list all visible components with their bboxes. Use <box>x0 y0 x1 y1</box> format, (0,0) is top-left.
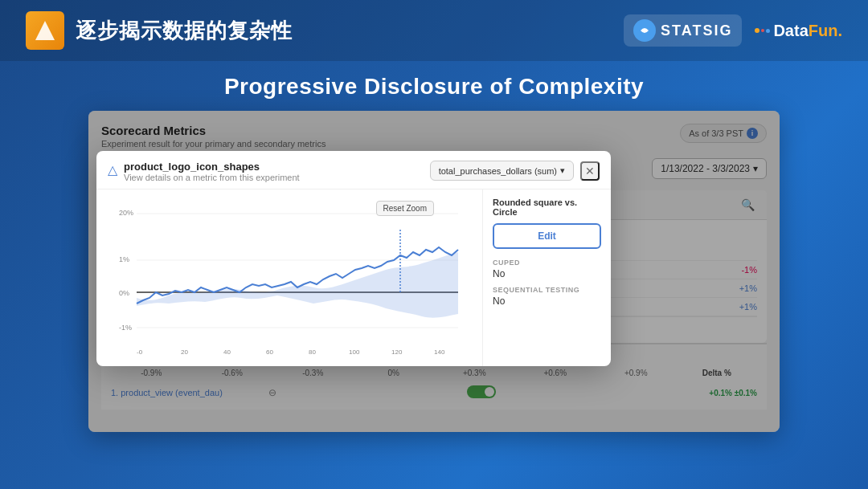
sequential-field: SEQUENTIAL TESTING No <box>493 286 601 307</box>
svg-text:-1%: -1% <box>119 324 132 332</box>
chart-section: Reset Zoom 20% 1% 0% -1% <box>96 189 482 366</box>
modal-title: product_logo_icon_shapes <box>124 161 300 173</box>
top-banner: 逐步揭示数据的复杂性 STATSIG DataFun. <box>0 0 868 61</box>
svg-text:100: 100 <box>349 348 360 356</box>
datafun-dots-icon <box>755 28 770 33</box>
chart-svg: 20% 1% 0% -1% -0 20 <box>104 198 474 358</box>
svg-text:1%: 1% <box>119 255 129 263</box>
metric-select-label: total_purchases_dollars (sum) <box>439 166 557 176</box>
modal-title-area: △ product_logo_icon_shapes View details … <box>108 161 300 182</box>
banner-icon <box>26 11 64 50</box>
banner-title: 逐步揭示数据的复杂性 <box>76 17 293 45</box>
svg-text:60: 60 <box>266 348 273 356</box>
banner-left: 逐步揭示数据的复杂性 <box>26 11 293 50</box>
content-area: Scorecard Metrics Experiment result for … <box>0 111 868 432</box>
modal-sidebar: Rounded square vs. Circle Edit CUPED No … <box>482 189 611 366</box>
svg-text:120: 120 <box>391 348 403 356</box>
brand-logos: STATSIG DataFun. <box>624 14 842 47</box>
svg-text:140: 140 <box>434 348 445 356</box>
cuped-field: CUPED No <box>493 259 601 279</box>
cuped-value: No <box>493 268 601 279</box>
metric-select-btn[interactable]: total_purchases_dollars (sum) ▾ <box>430 161 574 181</box>
sequential-value: No <box>493 295 601 307</box>
svg-text:0%: 0% <box>119 289 129 297</box>
modal-subtitle: View details on a metric from this exper… <box>124 173 300 182</box>
modal-overlay: △ product_logo_icon_shapes View details … <box>88 111 780 432</box>
modal-header-right: total_purchases_dollars (sum) ▾ ✕ <box>430 161 600 181</box>
svg-marker-0 <box>35 21 55 40</box>
svg-text:20%: 20% <box>119 209 133 217</box>
svg-text:20: 20 <box>181 348 188 356</box>
main-heading: Progressive Disclosure of Complexity <box>0 61 868 111</box>
datafun-fun-label: Fun. <box>809 22 842 39</box>
reset-zoom-button[interactable]: Reset Zoom <box>376 201 434 216</box>
scorecard-panel: Scorecard Metrics Experiment result for … <box>88 111 780 432</box>
modal: △ product_logo_icon_shapes View details … <box>96 151 611 366</box>
metric-select-chevron-icon: ▾ <box>560 165 565 176</box>
edit-button[interactable]: Edit <box>493 223 601 249</box>
statsig-logo: STATSIG <box>624 14 742 47</box>
svg-text:80: 80 <box>309 348 316 356</box>
statsig-icon <box>633 19 656 42</box>
sequential-label: SEQUENTIAL TESTING <box>493 286 601 294</box>
close-button[interactable]: ✕ <box>580 161 600 181</box>
datafun-logo: DataFun. <box>755 22 842 40</box>
svg-text:40: 40 <box>223 348 231 356</box>
datafun-text: DataFun. <box>773 22 842 40</box>
svg-text:-0: -0 <box>137 348 143 356</box>
statsig-text: STATSIG <box>661 22 732 39</box>
chart-icon: △ <box>108 162 117 177</box>
modal-body: Reset Zoom 20% 1% 0% -1% <box>96 189 611 366</box>
modal-sidebar-title: Rounded square vs. Circle <box>493 198 601 217</box>
datafun-data-label: Data <box>773 22 808 39</box>
cuped-label: CUPED <box>493 259 601 267</box>
modal-header: △ product_logo_icon_shapes View details … <box>96 151 611 189</box>
